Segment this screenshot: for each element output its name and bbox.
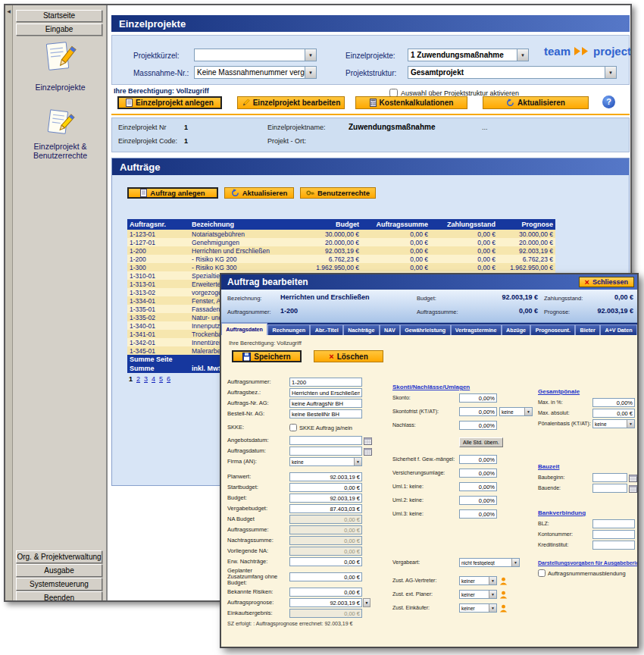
loeschen-button[interactable]: × Löschen [314,350,383,362]
form-input[interactable] [289,494,362,503]
sidebar-button[interactable]: Ausgabe [16,564,102,577]
section-link[interactable]: Bauzeit [538,463,639,470]
dialog-tab[interactable]: Nachträge [343,324,380,335]
form-select[interactable]: nicht festgelegt▼ [459,558,520,567]
einzelprojekt-bearbeiten-button[interactable]: Einzelprojekt bearbeiten [237,96,345,109]
page-link[interactable]: 1 [129,375,133,383]
form-select[interactable]: keine▼ [499,407,533,416]
section-link[interactable]: Gesamtpönale [538,388,639,395]
person-icon[interactable] [499,604,508,613]
form-input[interactable] [289,472,362,481]
sidebar-item-einzelprojekt-benutzerrechte[interactable]: Einzelprojekt & Benutzerrechte [13,142,108,160]
sidebar-button[interactable]: Startseite [16,10,102,22]
projektstruktur-dropdown[interactable]: Gesamtprojekt ▼ [408,66,617,79]
column-header[interactable]: Zahlungsstand [430,221,498,228]
form-input[interactable] [592,530,635,539]
table-row[interactable]: 1-200Herrichten und Erschließen92.003,19… [127,246,555,255]
close-button[interactable]: × Schliessen [579,277,634,287]
page-link[interactable]: 4 [152,375,155,383]
auftraege-aktualisieren-button[interactable]: Aktualisieren [224,187,294,199]
sidebar-collapse-strip[interactable]: ◀ [5,5,13,600]
form-input[interactable] [592,398,635,407]
form-input[interactable] [289,409,362,418]
sidebar-button[interactable]: Eingabe [16,24,102,36]
page-link[interactable]: 6 [167,375,170,383]
form-select[interactable]: keine▼ [592,419,635,428]
form-input[interactable] [459,469,497,478]
person-icon[interactable] [499,591,508,599]
sidebar-item-einzelprojekte[interactable]: Einzelprojekte [13,83,108,92]
calendar-icon[interactable] [629,484,637,493]
form-input[interactable] [459,496,497,505]
chevron-down-icon[interactable]: ▼ [363,598,370,607]
chevron-down-icon[interactable]: ▼ [305,67,316,78]
table-row[interactable]: 1-200- Risiko KG 2006.762,23 €0,00 €0,00… [127,255,555,263]
einzelprojekt-anlegen-button[interactable]: Einzelprojekt anlegen [117,96,222,109]
dialog-tab[interactable]: NAV [380,324,400,335]
form-input[interactable] [289,598,362,607]
dialog-tab[interactable]: Rechnungen [267,324,310,335]
form-input[interactable] [289,557,362,566]
form-input[interactable] [289,378,362,387]
form-input[interactable] [289,447,362,456]
auftrag-anlegen-button[interactable]: Auftrag anlegen [127,187,218,199]
dialog-tab[interactable]: Abr.-Titel [310,324,343,335]
dialog-tab[interactable]: Bieter [575,324,600,335]
form-checkbox[interactable] [289,424,297,431]
dialog-titlebar[interactable]: Auftrag bearbeiten [221,274,637,290]
calendar-icon[interactable] [364,447,372,456]
dialog-tab[interactable]: Abzüge [502,324,531,335]
form-input[interactable] [289,572,362,581]
form-input[interactable] [459,455,497,464]
page-link[interactable]: 5 [159,375,163,383]
form-input[interactable] [289,483,362,492]
table-row[interactable]: 1-127-01Genehmigungen20.000,00 €0,00 €0,… [127,238,555,246]
dialog-tab[interactable]: Vertragstermine [451,324,502,335]
einzelprojekte-dropdown[interactable]: 1 Zuwendungsmaßnahme ▼ [408,49,529,61]
projektkuerzel-dropdown[interactable]: ▼ [194,49,317,61]
speichern-button[interactable]: Speichern [232,350,302,362]
dialog-tab[interactable]: A+V Daten [600,324,637,335]
dialog-tab[interactable]: Gewährleistung [400,324,451,335]
page-link[interactable]: 3 [144,375,148,383]
sidebar-button[interactable]: Org. & Projektverwaltung [16,550,102,563]
chevron-down-icon[interactable]: ▼ [605,67,616,78]
column-header[interactable]: Prognose [498,221,555,228]
form-input[interactable] [459,421,497,430]
form-select[interactable]: keiner▼ [459,576,497,585]
form-input[interactable] [592,519,635,528]
alle-std-uebern-button[interactable]: Alle Std. übern. [459,437,503,447]
calendar-icon[interactable] [629,474,637,482]
form-input[interactable] [289,504,362,513]
form-input[interactable] [459,393,497,403]
kostenkalkulationen-button[interactable]: Kostenkalkulationen [355,96,467,109]
column-header[interactable]: Budget [294,221,361,228]
form-input[interactable] [459,407,497,416]
einzelprojekt-benutzerrechte-icon[interactable] [45,107,75,143]
aktualisieren-button[interactable]: Aktualisieren [483,96,589,109]
form-input[interactable] [592,409,635,418]
chevron-down-icon[interactable]: ▼ [305,49,316,61]
benutzerrechte-button[interactable]: Benutzerrechte [300,187,376,199]
more-link[interactable]: ... [482,124,488,131]
sidebar-button[interactable]: Systemsteuerung [16,578,102,591]
help-icon[interactable]: ? [602,96,615,108]
table-row[interactable]: 1-300- Risiko KG 3001.962.950,00 €0,00 €… [127,263,555,271]
sidebar-button[interactable]: Beenden [16,591,102,602]
form-input[interactable] [289,588,362,597]
form-input[interactable] [289,388,362,397]
section-link[interactable]: Bankverbindung [538,509,639,516]
column-header[interactable]: Auftragssumme [361,221,430,228]
form-select[interactable]: keiner▼ [459,603,497,613]
person-icon[interactable] [499,577,508,585]
form-input[interactable] [459,482,497,491]
collapse-arrow-icon[interactable]: ◀ [7,9,11,14]
section-link[interactable]: Skonti/Nachlässe/Umlagen [392,384,536,390]
column-header[interactable]: Bezeichnung [190,221,294,228]
form-input[interactable] [592,541,635,550]
form-select[interactable]: keine▼ [289,457,362,466]
table-row[interactable]: 1-123-01Notariatsgebühren30.000,00 €0,00… [127,230,555,238]
form-input[interactable] [289,436,362,445]
form-input[interactable] [289,399,362,408]
dialog-tab[interactable]: Auftragsdaten [221,323,267,335]
